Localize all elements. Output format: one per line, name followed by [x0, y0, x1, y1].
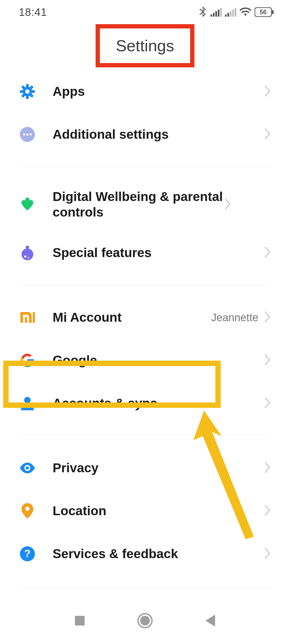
page-title-highlight-box: Settings — [96, 24, 195, 67]
svg-point-42 — [140, 616, 150, 625]
row-label: Accounts & sync — [36, 396, 264, 411]
signal-2-icon — [225, 8, 236, 17]
flask-icon — [19, 244, 36, 261]
svg-point-35 — [26, 466, 29, 470]
settings-row-wellbeing[interactable]: Digital Wellbeing & parental controls — [0, 178, 290, 231]
settings-row-accounts-sync[interactable]: Accounts & sync — [0, 382, 290, 425]
section-divider — [19, 588, 271, 588]
battery-level: 56 — [255, 9, 272, 16]
svg-point-23 — [23, 133, 25, 136]
pin-icon — [19, 502, 36, 519]
svg-rect-27 — [26, 246, 29, 248]
row-label: Mi Account — [36, 310, 211, 325]
svg-point-29 — [24, 255, 26, 258]
settings-row-services[interactable]: ? Services & feedback — [0, 532, 290, 575]
settings-row-location[interactable]: Location — [0, 489, 290, 532]
person-icon — [19, 395, 36, 412]
nav-back-button[interactable] — [204, 614, 216, 628]
system-nav-bar — [0, 608, 290, 635]
battery-icon: 56 — [255, 7, 274, 17]
row-label: Services & feedback — [36, 546, 264, 562]
svg-point-28 — [21, 248, 33, 260]
signal-1-icon — [211, 8, 222, 17]
settings-row-additional[interactable]: Additional settings — [0, 113, 290, 156]
svg-marker-43 — [205, 615, 215, 627]
chevron-right-icon — [264, 462, 271, 474]
settings-row-apps[interactable]: Apps — [0, 70, 290, 113]
row-label: Additional settings — [36, 127, 264, 142]
chevron-right-icon — [264, 85, 271, 98]
svg-rect-4 — [220, 8, 222, 17]
chevron-right-icon — [264, 128, 271, 141]
chevron-right-icon — [264, 246, 271, 259]
svg-point-21 — [25, 89, 30, 94]
chevron-right-icon — [264, 397, 271, 410]
nav-recent-button[interactable] — [74, 615, 86, 628]
page-title: Settings — [116, 36, 174, 55]
svg-point-24 — [26, 133, 28, 136]
nav-home-button[interactable] — [137, 613, 153, 630]
svg-rect-31 — [25, 317, 27, 323]
row-label: Digital Wellbeing & parental controls — [36, 189, 224, 220]
chevron-right-icon — [224, 198, 231, 211]
settings-row-mi-account[interactable]: Mi Account Jeannette — [0, 296, 290, 339]
svg-rect-14 — [26, 96, 29, 99]
svg-rect-13 — [26, 84, 29, 87]
svg-rect-1 — [213, 13, 215, 17]
chevron-right-icon — [264, 547, 271, 560]
help-icon: ? — [19, 545, 36, 562]
svg-rect-3 — [218, 10, 219, 17]
svg-rect-5 — [225, 14, 227, 17]
svg-rect-40 — [75, 616, 85, 625]
status-bar: 18:41 — [0, 0, 290, 24]
bluetooth-icon — [199, 6, 207, 18]
chevron-right-icon — [264, 504, 271, 517]
svg-text:?: ? — [24, 548, 30, 559]
settings-row-special[interactable]: Special features — [0, 231, 290, 274]
row-value: Jeannette — [211, 312, 264, 324]
svg-rect-15 — [20, 90, 23, 93]
svg-rect-32 — [33, 312, 35, 323]
settings-row-google[interactable]: Google — [0, 339, 290, 382]
svg-rect-6 — [227, 13, 229, 17]
svg-rect-0 — [211, 14, 212, 17]
chevron-right-icon — [264, 354, 271, 367]
svg-rect-8 — [232, 10, 234, 17]
eye-icon — [19, 459, 36, 477]
row-label: Google — [36, 353, 264, 368]
mi-logo-icon — [19, 309, 36, 326]
gear-icon — [19, 83, 36, 100]
row-label: Special features — [36, 245, 264, 261]
settings-row-privacy[interactable]: Privacy — [0, 447, 290, 489]
status-time: 18:41 — [19, 6, 47, 18]
status-icons: 56 — [199, 6, 274, 18]
svg-point-25 — [30, 133, 32, 136]
svg-point-33 — [24, 397, 31, 403]
section-divider — [19, 285, 271, 285]
wifi-icon — [240, 8, 251, 17]
svg-point-30 — [28, 257, 29, 258]
svg-rect-16 — [32, 90, 35, 93]
heart-person-icon — [19, 196, 36, 213]
svg-rect-11 — [272, 10, 274, 14]
google-icon — [19, 352, 36, 369]
svg-rect-7 — [230, 11, 231, 17]
row-label: Apps — [36, 84, 264, 99]
ellipsis-icon — [19, 126, 36, 143]
row-label: Location — [36, 503, 264, 519]
svg-rect-9 — [235, 8, 236, 17]
row-label: Privacy — [36, 460, 264, 476]
svg-point-36 — [25, 507, 30, 511]
chevron-right-icon — [264, 311, 271, 324]
svg-rect-2 — [215, 11, 217, 17]
settings-list: Apps Additional settings Digital — [0, 67, 290, 588]
section-divider — [19, 167, 271, 167]
section-divider — [19, 436, 271, 436]
